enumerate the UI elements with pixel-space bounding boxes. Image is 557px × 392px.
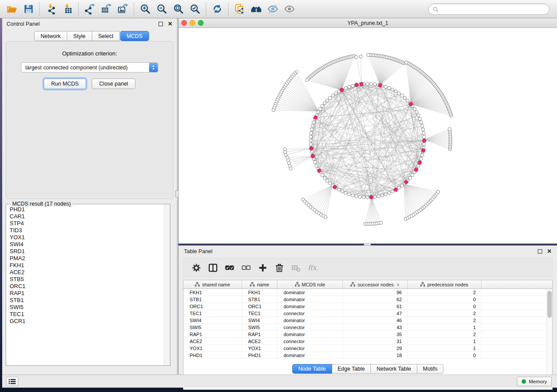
tab-node-table[interactable]: Node Table (292, 364, 332, 374)
network-node[interactable] (315, 164, 318, 167)
network-node[interactable] (391, 88, 394, 91)
mcds-dominator-node[interactable] (318, 169, 321, 172)
mcds-result-item[interactable]: SWI4 (10, 241, 164, 248)
select-all-rows-button[interactable] (221, 260, 238, 275)
network-node[interactable] (422, 131, 425, 134)
memory-button[interactable]: Memory (517, 377, 552, 386)
tab-motifs[interactable]: Motifs (417, 364, 443, 374)
network-node[interactable] (309, 143, 312, 146)
mcds-result-item[interactable]: ORC1 (10, 283, 164, 290)
mcds-result-item[interactable]: TEC1 (10, 311, 164, 318)
network-node[interactable] (400, 94, 403, 97)
show-columns-button[interactable] (204, 260, 221, 275)
table-row[interactable]: YOX1YOX1connector291 (183, 345, 552, 352)
network-node[interactable] (400, 184, 403, 187)
network-node[interactable] (408, 176, 412, 179)
mcds-dominator-node[interactable] (409, 102, 412, 106)
mcds-result-item[interactable]: PMA2 (10, 255, 164, 262)
network-node[interactable] (312, 121, 315, 124)
deselect-rows-button[interactable] (238, 260, 254, 275)
mcds-dominator-node[interactable] (378, 83, 382, 87)
mcds-dominator-node[interactable] (355, 83, 358, 86)
mcds-result-item[interactable]: STB1 (10, 297, 164, 304)
network-node[interactable] (317, 110, 320, 113)
network-node[interactable] (324, 216, 327, 219)
network-node[interactable] (313, 161, 316, 164)
open-session-button[interactable] (3, 2, 20, 17)
network-node[interactable] (419, 157, 422, 160)
network-node[interactable] (321, 173, 324, 176)
network-node[interactable] (413, 107, 416, 110)
network-node[interactable] (289, 167, 292, 170)
mcds-list-scrollbar[interactable] (164, 204, 170, 365)
network-node[interactable] (329, 96, 332, 100)
network-node[interactable] (309, 131, 312, 134)
network-node[interactable] (310, 128, 313, 131)
network-node[interactable] (398, 186, 401, 189)
table-row[interactable]: FKH1FKH1dominator962 (183, 289, 552, 296)
mcds-dominator-node[interactable] (422, 139, 426, 142)
network-node[interactable] (355, 55, 358, 58)
mcds-result-item[interactable]: SRD1 (10, 248, 164, 255)
new-network-from-selection-button[interactable] (231, 2, 248, 17)
network-canvas[interactable] (179, 28, 557, 244)
apply-layout-button[interactable] (209, 2, 225, 17)
table-row[interactable]: SWI4SWI4dominator462 (183, 317, 552, 324)
network-node[interactable] (411, 173, 414, 176)
export-network-button[interactable] (81, 2, 98, 17)
network-node[interactable] (387, 86, 391, 89)
mcds-dominator-node[interactable] (314, 116, 317, 119)
zoom-selected-button[interactable] (187, 2, 203, 17)
network-node[interactable] (398, 92, 401, 95)
import-network-button[interactable] (42, 2, 59, 17)
mcds-dominator-node[interactable] (333, 185, 336, 189)
network-node[interactable] (358, 195, 361, 198)
network-node[interactable] (377, 195, 380, 198)
network-node[interactable] (344, 86, 347, 89)
network-node[interactable] (403, 96, 406, 100)
table-row[interactable]: STB1STB1dominator620 (183, 296, 552, 303)
network-node[interactable] (311, 124, 314, 127)
mcds-dominator-node[interactable] (311, 155, 315, 158)
network-node[interactable] (305, 79, 308, 82)
network-node[interactable] (323, 102, 326, 105)
search-input[interactable] (441, 6, 545, 13)
tab-mcds[interactable]: MCDS (120, 31, 149, 41)
table-row[interactable]: SWI5SWI5connector431 (183, 324, 552, 331)
mcds-result-item[interactable]: ACE2 (10, 269, 164, 276)
network-node[interactable] (329, 182, 332, 185)
mcds-dominator-node[interactable] (418, 161, 422, 165)
network-node[interactable] (355, 195, 358, 198)
network-node[interactable] (351, 194, 354, 197)
tab-style[interactable]: Style (67, 31, 92, 41)
network-node[interactable] (415, 110, 418, 113)
table-settings-button[interactable] (188, 260, 204, 275)
network-node[interactable] (341, 190, 344, 193)
network-node[interactable] (310, 150, 313, 153)
mcds-result-item[interactable]: PHD1 (10, 206, 164, 213)
mcds-dominator-node[interactable] (405, 180, 408, 184)
hide-selected-button[interactable] (264, 2, 281, 17)
column-header-shared-name[interactable]: shared name (183, 280, 242, 289)
mcds-result-item[interactable]: SWI5 (10, 304, 164, 311)
mcds-dominator-node[interactable] (414, 168, 418, 172)
network-node[interactable] (422, 135, 426, 138)
close-panel-button[interactable]: Close panel (92, 79, 135, 89)
import-table-button[interactable] (59, 2, 76, 17)
network-node[interactable] (422, 128, 425, 131)
mcds-result-item[interactable]: CAR1 (10, 213, 164, 220)
network-node[interactable] (362, 196, 365, 199)
network-node[interactable] (373, 83, 376, 86)
network-node[interactable] (373, 195, 376, 198)
mcds-result-item[interactable]: RAP1 (10, 290, 164, 297)
network-node[interactable] (366, 196, 369, 199)
mcds-result-item[interactable]: STB5 (10, 276, 164, 283)
network-node[interactable] (394, 90, 397, 93)
first-neighbors-button[interactable] (248, 2, 264, 17)
mcds-dominator-node[interactable] (394, 188, 398, 191)
column-header-predecessor-nodes[interactable]: predecessor nodes (408, 280, 481, 289)
save-session-button[interactable] (20, 2, 37, 17)
export-image-button[interactable] (114, 2, 131, 17)
table-row[interactable]: RAP1RAP1dominator352 (183, 331, 552, 338)
network-node[interactable] (348, 85, 351, 88)
